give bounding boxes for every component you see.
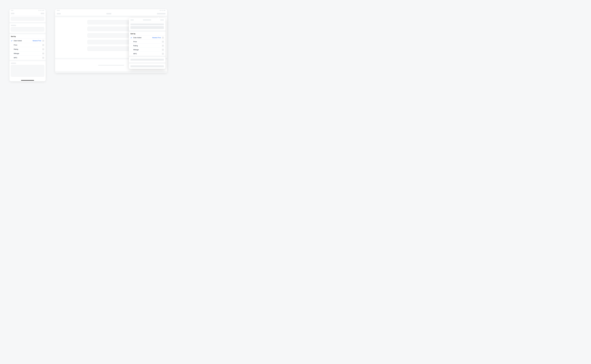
- svg-rect-9: [42, 53, 44, 53]
- content-row[interactable]: [87, 33, 135, 38]
- drag-handle-icon[interactable]: [162, 37, 164, 38]
- svg-rect-15: [162, 37, 164, 37]
- tablet-status-bar: [55, 9, 167, 12]
- popover-sort-option-price[interactable]: Price: [129, 39, 165, 44]
- drag-handle-icon[interactable]: [42, 44, 44, 46]
- tablet-mock: Sort by Date Added Newest First Price Ra…: [55, 9, 167, 73]
- section-label-placeholder: [11, 25, 16, 26]
- sort-header: Sort by: [9, 34, 46, 39]
- sort-option-label: Date Added: [13, 40, 33, 42]
- wifi-icon: [161, 10, 163, 11]
- section-textarea-placeholder[interactable]: [11, 65, 44, 77]
- sort-option-label: Date Added: [133, 37, 152, 39]
- tablet-nav-bar: [55, 12, 167, 16]
- time-placeholder: [11, 10, 13, 11]
- svg-rect-20: [162, 42, 164, 42]
- popover-sort-header: Sort by: [129, 32, 165, 36]
- nav-action-placeholder: [41, 13, 44, 14]
- sort-option-date-added[interactable]: Date Added Newest First: [9, 39, 46, 43]
- drag-handle-icon[interactable]: [162, 45, 164, 46]
- sort-option-label: Price: [131, 41, 162, 43]
- svg-rect-26: [162, 50, 164, 51]
- popover-sort-option-mileage[interactable]: Mileage: [129, 48, 165, 52]
- phone-nav-bar: [9, 12, 46, 15]
- popover-done-placeholder[interactable]: [160, 19, 164, 20]
- row-placeholder: [131, 59, 164, 61]
- sort-option-rating[interactable]: Rating: [9, 47, 46, 51]
- sort-option-label: Rating: [131, 45, 162, 46]
- svg-rect-4: [42, 45, 44, 45]
- phone-section-1: [9, 23, 46, 33]
- popover-cancel-placeholder[interactable]: [131, 19, 134, 20]
- svg-rect-28: [162, 54, 164, 54]
- home-indicator: [21, 80, 34, 81]
- nav-action-placeholder: [157, 13, 165, 14]
- svg-rect-6: [42, 49, 44, 49]
- svg-rect-0: [42, 40, 44, 40]
- svg-rect-3: [42, 44, 44, 45]
- svg-rect-19: [162, 42, 164, 42]
- svg-rect-25: [162, 50, 164, 50]
- drag-handle-icon[interactable]: [162, 49, 164, 51]
- sort-option-mpg[interactable]: MPG: [9, 56, 46, 60]
- drag-handle-icon[interactable]: [42, 57, 44, 58]
- battery-icon: [42, 10, 44, 11]
- phone-sort-block: Sort by Date Added Newest First Price Ra…: [9, 34, 46, 60]
- sort-direction[interactable]: Newest First: [33, 40, 41, 42]
- popover-header: [129, 18, 165, 22]
- cellular-icon: [38, 10, 40, 11]
- sort-option-label: Rating: [11, 48, 42, 50]
- svg-rect-23: [162, 46, 164, 46]
- svg-rect-11: [42, 54, 44, 54]
- sort-popover: Sort by Date Added Newest First Price Ra…: [129, 18, 165, 69]
- svg-rect-21: [162, 45, 164, 45]
- svg-rect-1: [42, 41, 44, 41]
- section-label-placeholder: [11, 63, 16, 64]
- sort-option-label: MPG: [131, 53, 162, 55]
- drag-handle-icon[interactable]: [42, 53, 44, 54]
- svg-rect-5: [42, 46, 44, 46]
- nav-back-placeholder: [57, 13, 61, 14]
- svg-rect-12: [42, 57, 44, 57]
- popover-sort-option-mpg[interactable]: MPG: [129, 52, 165, 56]
- cellular-icon: [160, 10, 161, 11]
- svg-rect-18: [162, 41, 164, 41]
- content-row[interactable]: [87, 46, 135, 51]
- sort-direction[interactable]: Newest First: [152, 37, 161, 39]
- svg-rect-27: [162, 53, 164, 53]
- sort-option-label: Price: [11, 44, 42, 46]
- content-row[interactable]: [87, 20, 135, 24]
- content-row[interactable]: [87, 40, 135, 44]
- content-row[interactable]: [87, 27, 135, 31]
- svg-rect-24: [162, 49, 164, 49]
- svg-rect-2: [42, 41, 44, 41]
- drag-handle-icon[interactable]: [162, 41, 164, 42]
- battery-icon: [163, 10, 165, 11]
- phone-section-2: [9, 61, 46, 78]
- phone-mock: Sort by Date Added Newest First Price Ra…: [9, 9, 46, 81]
- svg-rect-22: [162, 46, 164, 46]
- drag-handle-icon[interactable]: [42, 40, 44, 41]
- popover-section-2: [129, 57, 165, 62]
- drag-handle-icon[interactable]: [42, 49, 44, 50]
- popover-section-3: [129, 64, 165, 69]
- footer-placeholder: [98, 65, 124, 65]
- svg-rect-29: [162, 54, 164, 54]
- row-placeholder: [131, 65, 164, 67]
- phone-search-section: [9, 15, 46, 22]
- sort-option-mileage[interactable]: Mileage: [9, 51, 46, 56]
- svg-rect-16: [162, 38, 164, 38]
- popover-sort-option-rating[interactable]: Rating: [129, 44, 165, 48]
- section-input-placeholder[interactable]: [11, 27, 44, 32]
- sort-option-label: Mileage: [131, 49, 162, 51]
- svg-rect-7: [42, 49, 44, 49]
- svg-rect-14: [42, 58, 44, 58]
- nav-title-placeholder: [106, 13, 111, 14]
- search-input-placeholder[interactable]: [11, 17, 44, 20]
- sort-option-label: Mileage: [11, 52, 42, 54]
- popover-sort-option-date-added[interactable]: Date Added Newest First: [129, 36, 165, 39]
- wifi-icon: [40, 10, 42, 11]
- sort-option-price[interactable]: Price: [9, 43, 46, 47]
- drag-handle-icon[interactable]: [162, 53, 164, 54]
- popover-title-placeholder: [143, 19, 151, 20]
